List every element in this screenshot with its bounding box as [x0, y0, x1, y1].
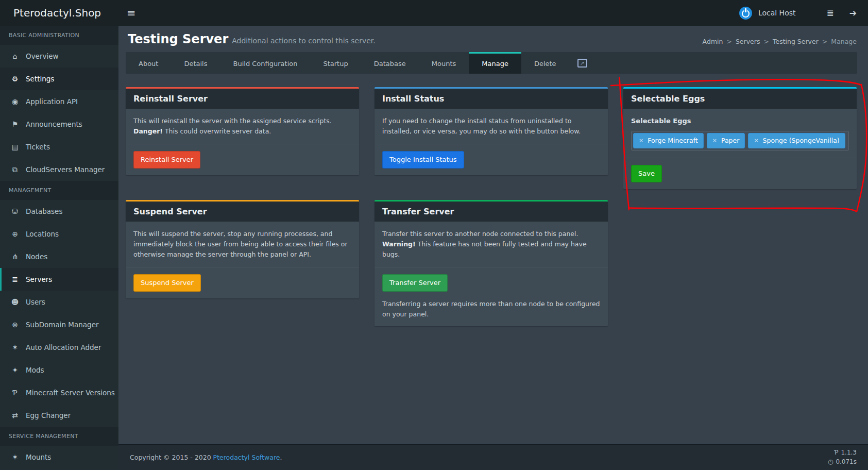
sidebar-item-application-api[interactable]: ◉ Application API: [0, 90, 118, 113]
navbar-right: Local Host ≣ ➔: [739, 7, 868, 20]
tab-build-configuration[interactable]: Build Configuration: [220, 52, 311, 74]
pterodactyl-software-link[interactable]: Pterodactyl Software: [213, 454, 280, 461]
sidebar-item-egg-changer[interactable]: ⇄ Egg Changer: [0, 404, 118, 427]
tab-delete[interactable]: Delete: [521, 52, 569, 74]
copy-icon: ⧉: [9, 165, 21, 174]
power-status-icon[interactable]: [739, 7, 752, 20]
servers-icon[interactable]: ≣: [827, 9, 834, 18]
magic-wand-icon: ✶: [9, 453, 21, 461]
card-body-text: This will suspend the server, stop any r…: [126, 222, 359, 267]
magic-wand-icon: ✶: [9, 343, 21, 351]
external-link-icon[interactable]: ↗: [577, 59, 587, 68]
globe-icon: ⊛: [9, 321, 21, 329]
sidebar-item-label: Databases: [26, 207, 62, 215]
breadcrumb-servers[interactable]: Servers: [736, 38, 760, 45]
card-body-text: Transfer this server to another node con…: [375, 222, 608, 267]
sidebar-item-settings[interactable]: ⚙ Settings: [0, 68, 118, 90]
remove-tag-icon[interactable]: ×: [639, 138, 643, 143]
globe-icon: ⊕: [9, 230, 21, 238]
sidebar-item-label: Servers: [26, 275, 52, 283]
sidebar-item-label: Egg Changer: [26, 411, 71, 419]
version-info: Ƥ1.1.3 ◷0.071s: [828, 448, 857, 466]
sidebar-item-label: CloudServers Manager: [26, 165, 105, 174]
sidebar-item-databases[interactable]: ⛁ Databases: [0, 200, 118, 223]
tab-startup[interactable]: Startup: [310, 52, 361, 74]
breadcrumb-admin[interactable]: Admin: [703, 38, 723, 45]
sidebar-item-cloudservers-manager[interactable]: ⧉ CloudServers Manager: [0, 158, 118, 181]
transfer-server-card: Transfer Server Transfer this server to …: [375, 200, 608, 326]
mods-icon: ✦: [9, 366, 21, 374]
sidebar-section-service-management: SERVICE MANAGEMENT: [0, 427, 118, 446]
transfer-server-button[interactable]: Transfer Server: [382, 274, 448, 292]
breadcrumb-testing-server[interactable]: Testing Server: [773, 38, 819, 45]
brand-logo[interactable]: Pterodactyl.Shop: [0, 7, 118, 19]
install-status-card: Install Status If you need to change the…: [375, 87, 608, 175]
sidebar-item-servers[interactable]: ≣ Servers: [0, 268, 118, 291]
bullhorn-icon: ⚑: [9, 120, 21, 128]
tab-mounts[interactable]: Mounts: [419, 52, 469, 74]
breadcrumb-separator: >: [822, 38, 827, 45]
sidebar-item-mounts[interactable]: ✶ Mounts: [0, 446, 118, 468]
main-content: Testing ServerAdditional actions to cont…: [118, 26, 868, 444]
selectable-eggs-label: Selectable Eggs: [631, 116, 849, 127]
tab-manage[interactable]: Manage: [469, 52, 521, 74]
sidebar-section-basic-administration: BASIC ADMINISTRATION: [0, 26, 118, 45]
card-body-text: This will reinstall the server with the …: [126, 109, 359, 144]
sidebar-item-label: Mods: [26, 366, 44, 374]
selectable-eggs-card: Selectable Eggs Selectable Eggs ×Forge M…: [623, 87, 857, 189]
tag-label: Forge Minecraft: [648, 136, 698, 146]
sidebar-item-label: Mounts: [26, 453, 51, 461]
pterodactyl-admin-app: Pterodactyl.Shop ≡ Local Host ≣ ➔ BASIC …: [0, 0, 868, 470]
egg-tag-sponge[interactable]: ×Sponge (SpongeVanilla): [748, 133, 845, 148]
card-title: Reinstall Server: [126, 89, 359, 109]
content-header: Testing ServerAdditional actions to cont…: [118, 26, 868, 52]
server-icon: ≣: [9, 275, 21, 283]
breadcrumb-separator: >: [763, 38, 769, 45]
sidebar-item-label: Locations: [26, 230, 59, 238]
card-body: Selectable Eggs ×Forge Minecraft ×Paper …: [623, 109, 857, 158]
sidebar-item-label: Auto Allocation Adder: [26, 343, 101, 351]
sidebar-item-announcements[interactable]: ⚑ Announcements: [0, 113, 118, 136]
selectable-eggs-multiselect-input[interactable]: ×Forge Minecraft ×Paper ×Sponge (SpongeV…: [631, 131, 849, 150]
tab-about[interactable]: About: [126, 52, 171, 74]
tab-details[interactable]: Details: [171, 52, 220, 74]
card-title: Transfer Server: [375, 202, 608, 222]
server-tabs: About Details Build Configuration Startu…: [126, 52, 857, 74]
tag-label: Paper: [721, 136, 739, 146]
sidebar-section-management: MANAGEMENT: [0, 181, 118, 200]
sidebar-item-nodes[interactable]: ⋔ Nodes: [0, 245, 118, 268]
users-icon: ☻: [9, 298, 21, 306]
sidebar-item-auto-allocation-adder[interactable]: ✶ Auto Allocation Adder: [0, 336, 118, 359]
sidebar-item-tickets[interactable]: ▤ Tickets: [0, 136, 118, 158]
sidebar-item-locations[interactable]: ⊕ Locations: [0, 223, 118, 245]
database-icon: ⛁: [9, 207, 21, 215]
sign-out-icon[interactable]: ➔: [849, 9, 857, 18]
node-host-link[interactable]: Local Host: [758, 9, 796, 17]
egg-tag-paper[interactable]: ×Paper: [707, 133, 745, 148]
card-title: Selectable Eggs: [623, 89, 857, 109]
transfer-note-text: Transferring a server requires more than…: [382, 299, 600, 320]
remove-tag-icon[interactable]: ×: [712, 138, 717, 143]
remove-tag-icon[interactable]: ×: [754, 138, 758, 143]
sidebar-item-label: Users: [26, 298, 45, 306]
save-button[interactable]: Save: [631, 165, 662, 182]
cards-row-2: Suspend Server This will suspend the ser…: [126, 200, 857, 337]
sidebar-item-label: Nodes: [26, 253, 47, 261]
sidebar-item-mods[interactable]: ✦ Mods: [0, 359, 118, 381]
sidebar-item-label: Overview: [26, 52, 59, 60]
sidebar-item-overview[interactable]: ⌂ Overview: [0, 45, 118, 68]
card-body-text: If you need to change the install status…: [375, 109, 608, 144]
reinstall-server-button[interactable]: Reinstall Server: [133, 151, 200, 169]
suspend-server-button[interactable]: Suspend Server: [133, 274, 201, 292]
egg-tag-forge-minecraft[interactable]: ×Forge Minecraft: [633, 133, 704, 148]
sidebar-toggle-icon[interactable]: ≡: [127, 8, 136, 19]
card-footer: Reinstall Server: [126, 144, 359, 175]
sidebar-item-users[interactable]: ☻ Users: [0, 291, 118, 313]
sidebar-item-minecraft-server-versions[interactable]: Ƥ Minecraft Server Versions: [0, 381, 118, 404]
exchange-icon: ⇄: [9, 411, 21, 419]
page-footer: Copyright © 2015 - 2020 Pterodactyl Soft…: [118, 444, 868, 470]
toggle-install-status-button[interactable]: Toggle Install Status: [382, 151, 464, 169]
sidebar-item-subdomain-manager[interactable]: ⊛ SubDomain Manager: [0, 313, 118, 336]
tab-database[interactable]: Database: [361, 52, 419, 74]
sidebar-item-label: Announcements: [26, 120, 82, 128]
